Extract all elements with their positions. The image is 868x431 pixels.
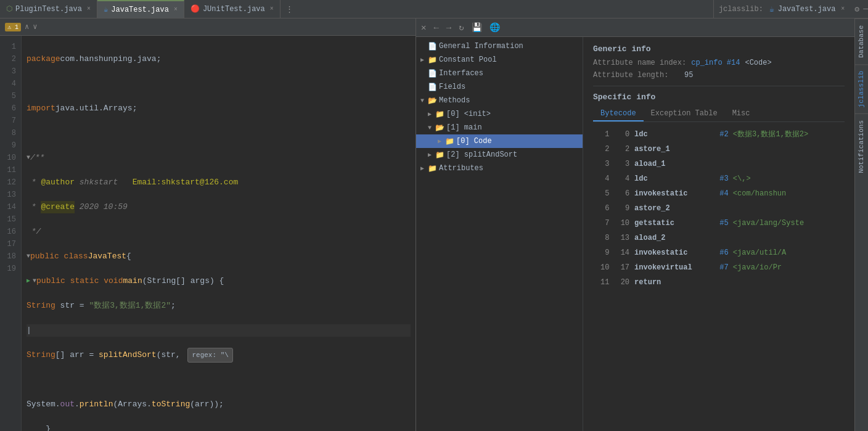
- reload-icon[interactable]: ↻: [456, 21, 466, 34]
- bc-ref-5[interactable]: #4: [719, 189, 728, 198]
- bc-instr-6: astore_2: [632, 201, 717, 216]
- bc-instr-3: aload_1: [632, 157, 717, 171]
- tree-arrow-main: ▼: [426, 125, 433, 131]
- divider: [593, 86, 845, 86]
- tree-item-general[interactable]: 📄 General Information: [416, 39, 583, 53]
- tree-item-constant-pool[interactable]: ▶ 📁 Constant Pool: [416, 53, 583, 67]
- tree-item-interfaces[interactable]: 📄 Interfaces: [416, 67, 583, 80]
- tab-junit-close[interactable]: ×: [270, 6, 274, 12]
- tab-overflow[interactable]: ⋮: [280, 4, 298, 14]
- tree-label-general: General Information: [439, 42, 523, 51]
- attribute-length-row: Attribute length: 95: [593, 71, 845, 80]
- bc-instr-9: invokestatic: [632, 245, 717, 260]
- main-content: ⚠ 1 ∧ ∨ 12345 678910 1112131415 16171819…: [0, 18, 868, 431]
- nav-up-icon[interactable]: ∧: [25, 22, 29, 31]
- settings-icon[interactable]: ⚙: [854, 4, 859, 14]
- tree-item-splitandsort[interactable]: ▶ 📁 [2] splitAndSort: [416, 148, 583, 162]
- tree-label-code: [0] Code: [456, 137, 492, 146]
- bc-row-2: 2 2 astore_1: [593, 142, 845, 157]
- tree-arrow-constant-pool: ▶: [419, 56, 426, 64]
- tree-label-interfaces: Interfaces: [439, 69, 483, 78]
- bc-row-4: 4 4 ldc #3 <\,>: [593, 171, 845, 186]
- bc-num-11: 11: [593, 275, 612, 290]
- folder-icon-splitandsort: 📁: [435, 150, 444, 160]
- nav-back-icon[interactable]: ←: [431, 22, 441, 34]
- editor-pane: ⚠ 1 ∧ ∨ 12345 678910 1112131415 16171819…: [0, 18, 416, 431]
- folder-icon-attributes: 📁: [428, 164, 437, 173]
- tree-item-init[interactable]: ▶ 📁 [0] <init>: [416, 107, 583, 121]
- attribute-name-value[interactable]: cp_info #14: [691, 59, 740, 67]
- warning-badge[interactable]: ⚠ 1: [5, 23, 21, 31]
- bc-ref-1[interactable]: #2: [719, 130, 728, 139]
- tree-label-splitandsort: [2] splitAndSort: [446, 150, 517, 159]
- sidebar-tab-notifications[interactable]: Notifications: [855, 113, 868, 179]
- bc-instr-5: invokestatic: [632, 186, 717, 201]
- code-line-12: |: [27, 324, 411, 337]
- tab-bytecode[interactable]: Bytecode: [593, 107, 644, 121]
- bc-num-8: 8: [593, 231, 612, 245]
- bc-instr-7: getstatic: [632, 216, 717, 231]
- folder-icon-code: 📁: [445, 137, 454, 146]
- bc-row-1: 1 0 ldc #2 <数据3,数据1,数据2>: [593, 127, 845, 142]
- nav-forward-icon[interactable]: →: [444, 22, 454, 34]
- sidebar-tab-jclasslib[interactable]: jclasslib: [855, 64, 868, 113]
- code-line-7: * @create 2020 10:59: [27, 201, 411, 213]
- minimize-icon[interactable]: —: [863, 4, 868, 14]
- bc-desc-4: <\,>: [733, 174, 751, 183]
- jclasslib-close[interactable]: ×: [841, 6, 845, 12]
- bc-row-5: 5 6 invokestatic #4 <com/hanshun: [593, 186, 845, 201]
- code-line-11: String str = "数据3,数据1,数据2";: [27, 300, 411, 312]
- bc-offset-9: 14: [612, 245, 632, 260]
- tree-item-main[interactable]: ▼ 📂 [1] main: [416, 121, 583, 134]
- regex-tooltip: regex: "\: [187, 348, 232, 363]
- attribute-length-value: 95: [684, 71, 693, 80]
- tree-item-attributes[interactable]: ▶ 📁 Attributes: [416, 162, 583, 175]
- tree-label-fields: Fields: [439, 83, 465, 91]
- bc-ref-4[interactable]: #3: [719, 174, 728, 183]
- tab-exception-table[interactable]: Exception Table: [644, 107, 725, 121]
- bc-ref-7[interactable]: #5: [719, 219, 728, 228]
- close-panel-icon[interactable]: ✕: [419, 21, 428, 34]
- code-area[interactable]: package com.hanshunping.java; import jav…: [22, 36, 416, 431]
- line-numbers: 12345 678910 1112131415 16171819: [0, 36, 22, 431]
- bc-row-8: 8 13 aload_2: [593, 231, 845, 245]
- bc-ref-9[interactable]: #6: [719, 248, 728, 257]
- globe-icon[interactable]: 🌐: [487, 21, 502, 34]
- tree-item-methods[interactable]: ▼ 📂 Methods: [416, 94, 583, 107]
- bc-ref-10[interactable]: #7: [719, 263, 728, 272]
- tab-misc[interactable]: Misc: [725, 107, 758, 121]
- bc-num-7: 7: [593, 216, 612, 231]
- bc-desc-7: <java/lang/Syste: [733, 219, 804, 228]
- bc-num-3: 3: [593, 157, 612, 171]
- save-icon[interactable]: 💾: [469, 21, 485, 34]
- tab-plugin-close[interactable]: ×: [87, 6, 91, 12]
- attribute-name-row: Attribute name index: cp_info #14 <Code>: [593, 59, 845, 67]
- bc-row-7: 7 10 getstatic #5 <java/lang/Syste: [593, 216, 845, 231]
- tree-arrow-splitandsort: ▶: [426, 151, 433, 158]
- tab-junit[interactable]: 🔴 JUnitTest.java ×: [184, 0, 280, 18]
- tree-item-code[interactable]: ▶ 📁 [0] Code: [416, 134, 583, 148]
- file-icon-interfaces: 📄: [428, 69, 437, 78]
- tab-javatest[interactable]: ☕ JavaTest.java ×: [97, 0, 184, 18]
- bc-offset-1: 0: [612, 127, 632, 142]
- code-line-2: [27, 78, 411, 90]
- bc-instr-2: astore_1: [632, 142, 717, 157]
- sidebar-tab-database[interactable]: Database: [855, 18, 868, 64]
- bytecode-tabs: Bytecode Exception Table Misc: [593, 107, 845, 122]
- tree-arrow-init: ▶: [426, 110, 433, 118]
- bc-row-9: 9 14 invokestatic #6 <java/util/A: [593, 245, 845, 260]
- run-icon-10[interactable]: ▶: [27, 275, 30, 287]
- tab-javatest-close[interactable]: ×: [174, 6, 178, 13]
- bc-offset-6: 9: [612, 201, 632, 216]
- bc-desc-10: <java/io/Pr: [733, 263, 782, 272]
- folder-icon-main: 📂: [435, 123, 444, 133]
- tab-plugin[interactable]: ⬡ PluginTest.java ×: [0, 0, 97, 18]
- tree-arrow-methods: ▼: [419, 97, 426, 104]
- folder-icon-init: 📁: [435, 110, 444, 119]
- tab-plugin-label: PluginTest.java: [15, 5, 82, 14]
- code-line-13: String[] arr = splitAndSort(str, regex: …: [27, 349, 411, 361]
- nav-down-icon[interactable]: ∨: [33, 22, 37, 31]
- tree-item-fields[interactable]: 📄 Fields: [416, 80, 583, 94]
- editor-content[interactable]: 12345 678910 1112131415 16171819 package…: [0, 36, 416, 431]
- jclasslib-top-toolbar: ✕ ← → ↻ 💾 🌐: [416, 18, 854, 37]
